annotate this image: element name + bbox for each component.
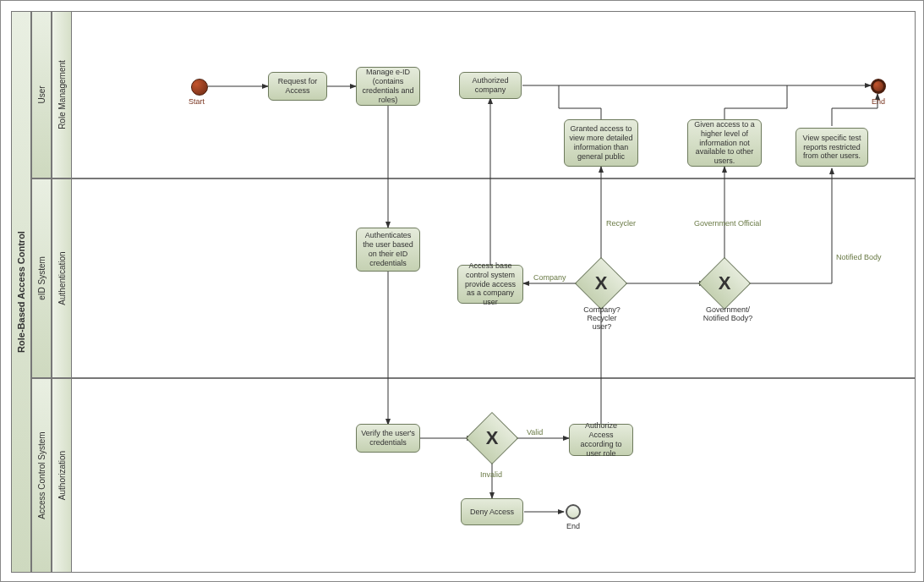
pool-title-bar: Role-Based Access Control xyxy=(11,11,31,573)
gateway-valid: X xyxy=(473,420,511,457)
label-company: Company xyxy=(533,273,566,282)
task-request-label: Request for Access xyxy=(272,77,323,96)
task-verify: Verify the user's credentials xyxy=(356,424,420,453)
task-deny: Deny Access xyxy=(461,498,523,525)
lane-user-header: User xyxy=(31,11,52,178)
gateway-x-icon: X xyxy=(706,265,743,302)
task-authenticates-label: Authenticates the user based on their eI… xyxy=(360,231,416,267)
label-recycler: Recycler xyxy=(606,219,636,228)
lane-eid-title: eID System xyxy=(37,256,46,300)
end-event-deny xyxy=(566,504,581,519)
task-view-nb: View specific test reports restricted fr… xyxy=(796,128,868,167)
lane-acs-sub: Authorization xyxy=(52,378,72,573)
start-event xyxy=(191,79,208,96)
task-authorized-company: Authorized company xyxy=(459,72,522,99)
lane-acs-sub-title: Authorization xyxy=(57,451,67,500)
gateway-x-icon: X xyxy=(473,420,511,457)
task-manage-eid: Manage e-ID (contains credentials and ro… xyxy=(356,67,420,106)
end-deny-label: End xyxy=(566,522,580,530)
lane-user-sub: Role Management xyxy=(52,11,72,178)
bpmn-canvas: Role-Based Access Control User Role Mana… xyxy=(0,0,924,582)
start-label: Start xyxy=(189,97,205,106)
end-main-label: End xyxy=(872,97,885,106)
lane-eid-sub-title: Authentication xyxy=(57,251,67,305)
gateway-x-icon: X xyxy=(582,265,620,302)
task-request: Request for Access xyxy=(268,72,327,101)
end-event-main xyxy=(871,79,886,94)
task-access-company-label: Access base control system provide acces… xyxy=(462,261,519,307)
gateway-company-recycler: X xyxy=(582,265,620,302)
pool-title: Role-Based Access Control xyxy=(16,231,26,353)
label-invalid: Invalid xyxy=(480,470,502,479)
task-access-company: Access base control system provide acces… xyxy=(457,265,523,304)
task-authenticates: Authenticates the user based on their eI… xyxy=(356,228,420,272)
label-gov: Government Official xyxy=(694,219,761,228)
task-given-gov-label: Given access to a higher level of inform… xyxy=(692,120,757,166)
lane-acs-header: Access Control System xyxy=(31,378,52,573)
lane-eid-header: eID System xyxy=(31,178,52,378)
task-authorize-label: Authorize Access according to user role xyxy=(573,421,629,458)
task-deny-label: Deny Access xyxy=(470,508,514,517)
label-nb: Notified Body xyxy=(836,253,882,261)
lane-user-title: User xyxy=(37,85,46,103)
lane-eid-sub: Authentication xyxy=(52,178,72,378)
task-authorize: Authorize Access according to user role xyxy=(569,424,633,456)
task-given-gov: Given access to a higher level of inform… xyxy=(687,119,762,167)
task-granted-recycler-label: Granted access to view more detailed inf… xyxy=(568,124,634,161)
lane-user-sub-title: Role Management xyxy=(57,60,67,129)
task-manage-eid-label: Manage e-ID (contains credentials and ro… xyxy=(360,68,416,104)
task-verify-label: Verify the user's credentials xyxy=(360,429,416,447)
gateway-gov-nb-title: Government/ Notified Body? xyxy=(699,305,757,322)
label-valid: Valid xyxy=(527,428,543,436)
task-view-nb-label: View specific test reports restricted fr… xyxy=(800,134,864,161)
lane-acs-title: Access Control System xyxy=(37,431,46,519)
task-authorized-company-label: Authorized company xyxy=(463,76,517,95)
task-granted-recycler: Granted access to view more detailed inf… xyxy=(564,119,638,167)
gateway-company-recycler-title: Company? Recycler user? xyxy=(581,305,623,331)
gateway-gov-nb: X xyxy=(706,265,743,302)
